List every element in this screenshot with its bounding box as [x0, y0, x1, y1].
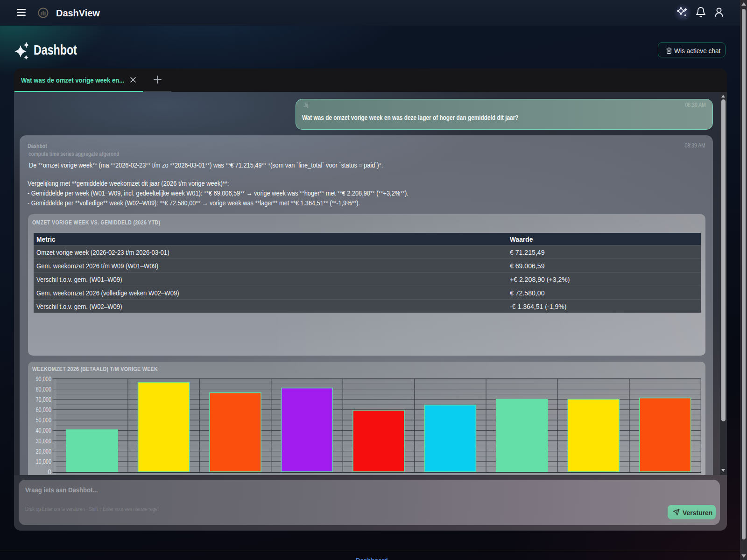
svg-text:40,000: 40,000 — [36, 427, 52, 434]
svg-text:20,000: 20,000 — [36, 448, 52, 455]
svg-text:30,000: 30,000 — [36, 437, 52, 445]
svg-text:70,000: 70,000 — [36, 396, 52, 403]
svg-text:10,000: 10,000 — [36, 458, 52, 465]
svg-text:60,000: 60,000 — [36, 406, 52, 413]
svg-text:80,000: 80,000 — [36, 385, 52, 393]
svg-text:50,000: 50,000 — [36, 416, 52, 424]
svg-text:0: 0 — [48, 468, 51, 475]
svg-text:90,000: 90,000 — [36, 375, 52, 383]
